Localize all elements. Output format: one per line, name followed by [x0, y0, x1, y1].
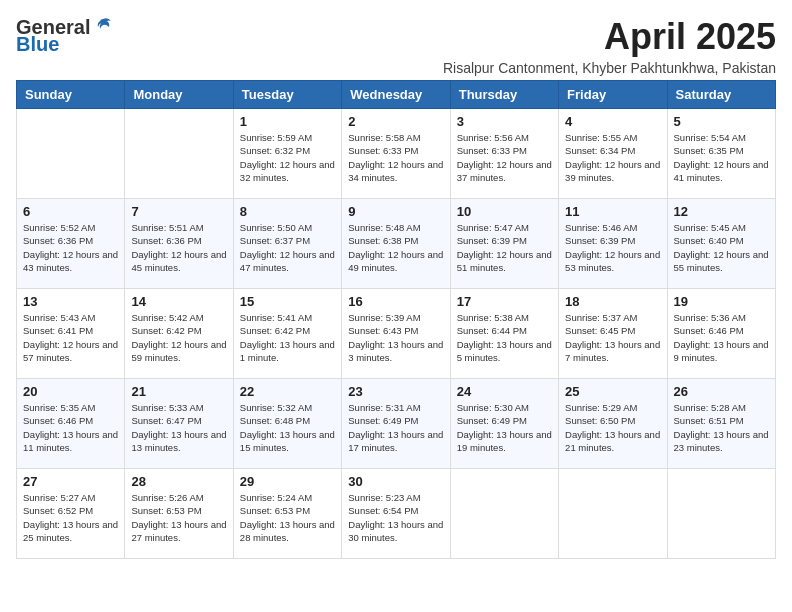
calendar-day-header: Friday	[559, 81, 667, 109]
day-info: Sunrise: 5:43 AMSunset: 6:41 PMDaylight:…	[23, 311, 118, 364]
calendar-header-row: SundayMondayTuesdayWednesdayThursdayFrid…	[17, 81, 776, 109]
day-number: 6	[23, 204, 118, 219]
day-info: Sunrise: 5:41 AMSunset: 6:42 PMDaylight:…	[240, 311, 335, 364]
calendar-week-row: 13Sunrise: 5:43 AMSunset: 6:41 PMDayligh…	[17, 289, 776, 379]
calendar-day-header: Sunday	[17, 81, 125, 109]
day-info: Sunrise: 5:59 AMSunset: 6:32 PMDaylight:…	[240, 131, 335, 184]
calendar-cell: 9Sunrise: 5:48 AMSunset: 6:38 PMDaylight…	[342, 199, 450, 289]
calendar-cell: 2Sunrise: 5:58 AMSunset: 6:33 PMDaylight…	[342, 109, 450, 199]
calendar-cell	[667, 469, 775, 559]
day-number: 25	[565, 384, 660, 399]
calendar-cell: 17Sunrise: 5:38 AMSunset: 6:44 PMDayligh…	[450, 289, 558, 379]
calendar-cell: 21Sunrise: 5:33 AMSunset: 6:47 PMDayligh…	[125, 379, 233, 469]
day-number: 21	[131, 384, 226, 399]
calendar-day-header: Monday	[125, 81, 233, 109]
calendar-cell: 29Sunrise: 5:24 AMSunset: 6:53 PMDayligh…	[233, 469, 341, 559]
day-number: 7	[131, 204, 226, 219]
calendar-cell: 25Sunrise: 5:29 AMSunset: 6:50 PMDayligh…	[559, 379, 667, 469]
calendar-week-row: 20Sunrise: 5:35 AMSunset: 6:46 PMDayligh…	[17, 379, 776, 469]
calendar-cell: 28Sunrise: 5:26 AMSunset: 6:53 PMDayligh…	[125, 469, 233, 559]
day-info: Sunrise: 5:45 AMSunset: 6:40 PMDaylight:…	[674, 221, 769, 274]
calendar-week-row: 1Sunrise: 5:59 AMSunset: 6:32 PMDaylight…	[17, 109, 776, 199]
day-info: Sunrise: 5:27 AMSunset: 6:52 PMDaylight:…	[23, 491, 118, 544]
calendar-cell: 19Sunrise: 5:36 AMSunset: 6:46 PMDayligh…	[667, 289, 775, 379]
day-number: 20	[23, 384, 118, 399]
day-number: 12	[674, 204, 769, 219]
day-number: 29	[240, 474, 335, 489]
calendar-day-header: Wednesday	[342, 81, 450, 109]
calendar-cell: 30Sunrise: 5:23 AMSunset: 6:54 PMDayligh…	[342, 469, 450, 559]
day-info: Sunrise: 5:30 AMSunset: 6:49 PMDaylight:…	[457, 401, 552, 454]
day-info: Sunrise: 5:42 AMSunset: 6:42 PMDaylight:…	[131, 311, 226, 364]
day-info: Sunrise: 5:23 AMSunset: 6:54 PMDaylight:…	[348, 491, 443, 544]
calendar-cell: 16Sunrise: 5:39 AMSunset: 6:43 PMDayligh…	[342, 289, 450, 379]
day-number: 13	[23, 294, 118, 309]
day-number: 1	[240, 114, 335, 129]
day-info: Sunrise: 5:47 AMSunset: 6:39 PMDaylight:…	[457, 221, 552, 274]
day-number: 11	[565, 204, 660, 219]
calendar-cell: 14Sunrise: 5:42 AMSunset: 6:42 PMDayligh…	[125, 289, 233, 379]
day-number: 2	[348, 114, 443, 129]
calendar-day-header: Saturday	[667, 81, 775, 109]
day-info: Sunrise: 5:26 AMSunset: 6:53 PMDaylight:…	[131, 491, 226, 544]
day-number: 9	[348, 204, 443, 219]
day-number: 19	[674, 294, 769, 309]
calendar-cell: 13Sunrise: 5:43 AMSunset: 6:41 PMDayligh…	[17, 289, 125, 379]
logo-bird-icon	[92, 16, 114, 38]
calendar-cell: 18Sunrise: 5:37 AMSunset: 6:45 PMDayligh…	[559, 289, 667, 379]
day-info: Sunrise: 5:50 AMSunset: 6:37 PMDaylight:…	[240, 221, 335, 274]
day-number: 10	[457, 204, 552, 219]
calendar-cell: 12Sunrise: 5:45 AMSunset: 6:40 PMDayligh…	[667, 199, 775, 289]
day-number: 24	[457, 384, 552, 399]
day-info: Sunrise: 5:55 AMSunset: 6:34 PMDaylight:…	[565, 131, 660, 184]
logo: General Blue	[16, 16, 114, 54]
day-info: Sunrise: 5:38 AMSunset: 6:44 PMDaylight:…	[457, 311, 552, 364]
calendar-cell	[125, 109, 233, 199]
calendar-cell: 3Sunrise: 5:56 AMSunset: 6:33 PMDaylight…	[450, 109, 558, 199]
day-number: 28	[131, 474, 226, 489]
day-info: Sunrise: 5:35 AMSunset: 6:46 PMDaylight:…	[23, 401, 118, 454]
day-info: Sunrise: 5:37 AMSunset: 6:45 PMDaylight:…	[565, 311, 660, 364]
day-info: Sunrise: 5:39 AMSunset: 6:43 PMDaylight:…	[348, 311, 443, 364]
day-info: Sunrise: 5:48 AMSunset: 6:38 PMDaylight:…	[348, 221, 443, 274]
day-info: Sunrise: 5:31 AMSunset: 6:49 PMDaylight:…	[348, 401, 443, 454]
calendar-cell: 7Sunrise: 5:51 AMSunset: 6:36 PMDaylight…	[125, 199, 233, 289]
day-number: 15	[240, 294, 335, 309]
day-number: 26	[674, 384, 769, 399]
calendar-day-header: Thursday	[450, 81, 558, 109]
day-number: 23	[348, 384, 443, 399]
title-section: April 2025 Risalpur Cantonment, Khyber P…	[443, 16, 776, 76]
calendar-cell	[559, 469, 667, 559]
day-info: Sunrise: 5:24 AMSunset: 6:53 PMDaylight:…	[240, 491, 335, 544]
day-number: 4	[565, 114, 660, 129]
day-info: Sunrise: 5:36 AMSunset: 6:46 PMDaylight:…	[674, 311, 769, 364]
calendar-cell	[450, 469, 558, 559]
page-header: General Blue April 2025 Risalpur Cantonm…	[16, 16, 776, 76]
day-info: Sunrise: 5:52 AMSunset: 6:36 PMDaylight:…	[23, 221, 118, 274]
day-info: Sunrise: 5:33 AMSunset: 6:47 PMDaylight:…	[131, 401, 226, 454]
calendar-cell: 5Sunrise: 5:54 AMSunset: 6:35 PMDaylight…	[667, 109, 775, 199]
day-info: Sunrise: 5:56 AMSunset: 6:33 PMDaylight:…	[457, 131, 552, 184]
day-info: Sunrise: 5:54 AMSunset: 6:35 PMDaylight:…	[674, 131, 769, 184]
subtitle: Risalpur Cantonment, Khyber Pakhtunkhwa,…	[443, 60, 776, 76]
calendar-cell: 15Sunrise: 5:41 AMSunset: 6:42 PMDayligh…	[233, 289, 341, 379]
calendar-cell: 10Sunrise: 5:47 AMSunset: 6:39 PMDayligh…	[450, 199, 558, 289]
calendar-week-row: 6Sunrise: 5:52 AMSunset: 6:36 PMDaylight…	[17, 199, 776, 289]
day-number: 17	[457, 294, 552, 309]
calendar-body: 1Sunrise: 5:59 AMSunset: 6:32 PMDaylight…	[17, 109, 776, 559]
day-info: Sunrise: 5:28 AMSunset: 6:51 PMDaylight:…	[674, 401, 769, 454]
day-number: 3	[457, 114, 552, 129]
calendar-cell: 20Sunrise: 5:35 AMSunset: 6:46 PMDayligh…	[17, 379, 125, 469]
calendar-cell: 27Sunrise: 5:27 AMSunset: 6:52 PMDayligh…	[17, 469, 125, 559]
calendar-week-row: 27Sunrise: 5:27 AMSunset: 6:52 PMDayligh…	[17, 469, 776, 559]
calendar-table: SundayMondayTuesdayWednesdayThursdayFrid…	[16, 80, 776, 559]
logo-blue-text: Blue	[16, 34, 59, 54]
calendar-cell: 26Sunrise: 5:28 AMSunset: 6:51 PMDayligh…	[667, 379, 775, 469]
day-info: Sunrise: 5:46 AMSunset: 6:39 PMDaylight:…	[565, 221, 660, 274]
calendar-cell: 23Sunrise: 5:31 AMSunset: 6:49 PMDayligh…	[342, 379, 450, 469]
day-number: 5	[674, 114, 769, 129]
day-number: 22	[240, 384, 335, 399]
day-info: Sunrise: 5:32 AMSunset: 6:48 PMDaylight:…	[240, 401, 335, 454]
calendar-cell: 8Sunrise: 5:50 AMSunset: 6:37 PMDaylight…	[233, 199, 341, 289]
calendar-cell: 1Sunrise: 5:59 AMSunset: 6:32 PMDaylight…	[233, 109, 341, 199]
